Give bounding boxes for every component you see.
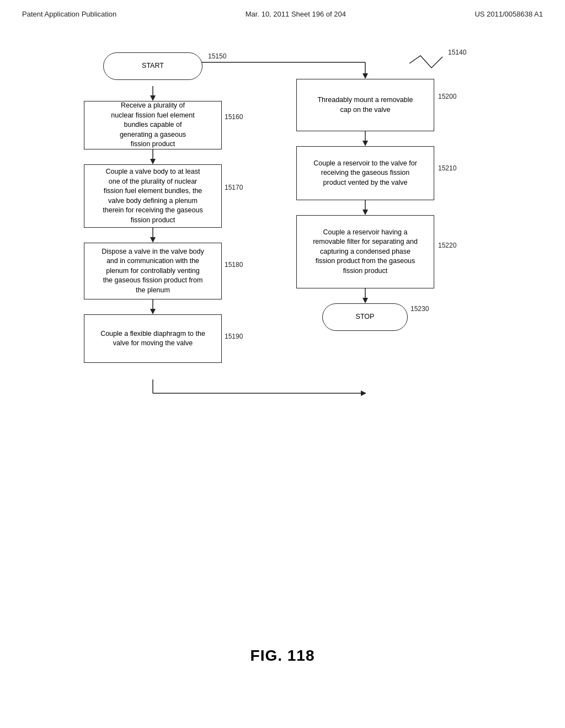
- svg-marker-1: [150, 95, 156, 101]
- svg-text:15140: 15140: [448, 49, 467, 56]
- header-right: US 2011/0058638 A1: [475, 10, 543, 18]
- ref-15190: 15190: [225, 333, 243, 340]
- node-15170: Couple a valve body to at least one of t…: [84, 164, 222, 228]
- node-15220: Couple a reservoir having a removable fi…: [296, 215, 434, 288]
- node-15200: Threadably mount a removable cap on the …: [296, 79, 434, 131]
- svg-marker-3: [150, 159, 156, 164]
- page-header: Patent Application Publication Mar. 10, …: [0, 0, 565, 24]
- svg-marker-21: [363, 298, 368, 303]
- ref-15220: 15220: [438, 242, 456, 249]
- svg-marker-14: [363, 73, 368, 79]
- ref-15210: 15210: [438, 164, 456, 172]
- diagram-area: 15140 START 15150 Receive a plurality of…: [0, 29, 565, 636]
- svg-marker-10: [361, 390, 366, 396]
- node-15160: Receive a plurality of nuclear fission f…: [84, 101, 222, 149]
- ref-15180: 15180: [225, 261, 243, 269]
- ref-15200: 15200: [438, 93, 456, 100]
- node-15190: Couple a flexible diaphragm to the valve…: [84, 314, 222, 363]
- header-left: Patent Application Publication: [22, 10, 116, 18]
- ref-15230: 15230: [411, 305, 429, 313]
- svg-marker-7: [150, 309, 156, 314]
- flowchart: 15140 START 15150 Receive a plurality of…: [45, 29, 520, 581]
- node-15180: Dispose a valve in the valve body and in…: [84, 243, 222, 299]
- ref-15160: 15160: [225, 113, 243, 121]
- svg-marker-5: [150, 237, 156, 243]
- figure-caption: FIG. 118: [0, 647, 565, 665]
- node-15210: Couple a reservoir to the valve for rece…: [296, 146, 434, 200]
- header-middle: Mar. 10, 2011 Sheet 196 of 204: [246, 10, 346, 18]
- start-node: START: [103, 52, 202, 80]
- ref-15170: 15170: [225, 184, 243, 191]
- svg-marker-17: [363, 141, 368, 146]
- ref-15150: 15150: [208, 52, 226, 60]
- svg-marker-19: [363, 210, 368, 215]
- stop-node: STOP: [322, 303, 408, 331]
